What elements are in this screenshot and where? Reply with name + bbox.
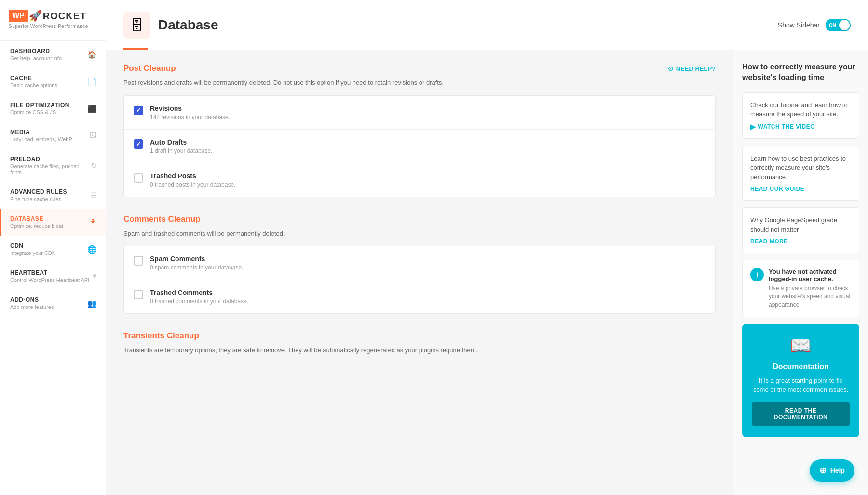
sidebar-item-cache[interactable]: CACHE Basic cache options 📄 [0, 68, 106, 95]
watch-video-link[interactable]: ▶ WATCH THE VIDEO [750, 123, 851, 131]
nav-label-cache: CACHE [10, 75, 57, 81]
read-guide-link[interactable]: READ OUR GUIDE [750, 186, 851, 192]
nav-sublabel-preload: Generate cache files, preload fonts [10, 163, 91, 175]
transients-cleanup-section: Transients Cleanup Transients are tempor… [123, 331, 716, 355]
doc-book-icon: 📖 [790, 335, 812, 356]
nav-label-dashboard: DASHBOARD [10, 48, 62, 54]
logo-brand: ROCKET [43, 11, 86, 22]
heartbeat-icon: ♥ [93, 272, 97, 281]
option-auto-drafts-detail: 1 draft in your database. [150, 147, 705, 154]
nav-label-database: DATABASE [10, 215, 63, 222]
read-guide-label: READ OUR GUIDE [750, 186, 804, 192]
add-ons-icon: 👥 [87, 299, 97, 308]
nav-sublabel-database: Optimize, reduce bloat [10, 223, 63, 229]
page-title: Database [158, 17, 218, 33]
nav-sublabel-media: LazyLoad, embeds, WebP [10, 136, 72, 142]
header-underline [123, 48, 148, 50]
info-card-pagespeed: Why Google PageSpeed grade should not ma… [742, 207, 859, 253]
sidebar-item-cdn[interactable]: CDN Integrate your CDN 🌐 [0, 236, 106, 263]
watch-video-label: WATCH THE VIDEO [758, 123, 815, 130]
option-trashed-comments: Trashed Comments 0 trashed comments in y… [124, 280, 715, 313]
sidebar-nav: DASHBOARD Get help, account info 🏠 CACHE… [0, 41, 106, 317]
checkbox-spam-comments[interactable] [134, 256, 143, 266]
post-cleanup-desc: Post revisions and drafts will be perman… [123, 78, 716, 88]
cdn-icon: 🌐 [87, 245, 97, 254]
main-panel: Post Cleanup ⊙ NEED HELP? Post revisions… [106, 50, 733, 495]
sidebar-item-add-ons[interactable]: ADD-ONS Add more features 👥 [0, 290, 106, 317]
info-card-video-text: Check our tutorial and learn how to meas… [750, 100, 851, 119]
advanced-rules-icon: ☰ [90, 191, 97, 200]
info-card-video: Check our tutorial and learn how to meas… [742, 92, 859, 139]
doc-desc: It is a great starting point to fix some… [752, 376, 850, 395]
read-documentation-button[interactable]: READ THE DOCUMENTATION [752, 402, 850, 426]
option-trashed-comments-label: Trashed Comments [150, 289, 705, 296]
info-card-guide-text: Learn how to use best practices to corre… [750, 154, 851, 182]
post-cleanup-title: Post Cleanup [123, 64, 176, 73]
option-trashed-posts: Trashed Posts 0 trashed posts in your da… [124, 163, 715, 197]
option-spam-comments: Spam Comments 0 spam comments in your da… [124, 246, 715, 280]
need-help-button[interactable]: ⊙ NEED HELP? [668, 65, 716, 72]
doc-card: 📖 Documentation It is a great starting p… [742, 324, 859, 437]
file-opt-icon: ⬛ [87, 104, 97, 113]
nav-sublabel-dashboard: Get help, account info [10, 55, 62, 61]
database-icon: 🗄 [89, 218, 97, 227]
option-revisions: Revisions 142 revisions in your database… [124, 96, 715, 130]
sidebar-item-media[interactable]: MEDIA LazyLoad, embeds, WebP 🖼 [0, 122, 106, 149]
nav-sublabel-cache: Basic cache options [10, 82, 57, 88]
nav-label-advanced-rules: ADVANCED RULES [10, 188, 67, 195]
nav-label-file-optimization: FILE OPTIMIZATION [10, 102, 69, 108]
option-revisions-detail: 142 revisions in your database. [150, 114, 705, 120]
help-button[interactable]: ⊕ Help [810, 459, 854, 482]
sidebar-item-preload[interactable]: PRELOAD Generate cache files, preload fo… [0, 149, 106, 182]
info-card-guide: Learn how to use best practices to corre… [742, 146, 859, 201]
sidebar-item-database[interactable]: DATABASE Optimize, reduce bloat 🗄 [0, 209, 106, 236]
nav-label-media: MEDIA [10, 129, 72, 135]
right-sidebar: How to correctly measure your website's … [733, 50, 868, 495]
play-icon: ▶ [750, 123, 756, 131]
nav-sublabel-file-optimization: Optimize CSS & JS [10, 109, 69, 115]
option-revisions-label: Revisions [150, 105, 705, 112]
option-trashed-comments-detail: 0 trashed comments in your database. [150, 298, 705, 305]
show-sidebar-label: Show Sidebar [778, 21, 820, 29]
sidebar-item-heartbeat[interactable]: HEARTBEAT Control WordPress Heartbeat AP… [0, 263, 106, 290]
alert-text: Use a private browser to check your webs… [769, 284, 851, 308]
help-icon: ⊕ [819, 465, 827, 476]
logo-container: WP 🚀 ROCKET Superior WordPress Performan… [0, 0, 106, 41]
option-spam-comments-detail: 0 spam comments in your database. [150, 264, 705, 271]
comments-cleanup-desc: Spam and trashed comments will be perman… [123, 229, 716, 239]
transients-cleanup-title: Transients Cleanup [123, 331, 199, 341]
post-cleanup-options: Revisions 142 revisions in your database… [123, 95, 716, 197]
nav-label-heartbeat: HEARTBEAT [10, 269, 89, 276]
checkbox-trashed-comments[interactable] [134, 290, 143, 299]
info-card-pagespeed-text: Why Google PageSpeed grade should not ma… [750, 215, 851, 234]
cache-icon: 📄 [87, 77, 97, 86]
logo-tagline: Superior WordPress Performance [9, 24, 97, 29]
alert-card: i You have not activated logged-in user … [742, 260, 859, 317]
option-trashed-posts-label: Trashed Posts [150, 172, 705, 180]
nav-sublabel-heartbeat: Control WordPress Heartbeat API [10, 277, 89, 283]
sidebar-item-file-optimization[interactable]: FILE OPTIMIZATION Optimize CSS & JS ⬛ [0, 95, 106, 122]
comments-cleanup-section: Comments Cleanup Spam and trashed commen… [123, 214, 716, 314]
need-help-label: NEED HELP? [676, 65, 716, 72]
sidebar-item-dashboard[interactable]: DASHBOARD Get help, account info 🏠 [0, 41, 106, 68]
nav-label-preload: PRELOAD [10, 156, 91, 162]
checkbox-trashed-posts[interactable] [134, 173, 143, 183]
checkbox-auto-drafts[interactable] [134, 139, 143, 149]
sidebar-item-advanced-rules[interactable]: ADVANCED RULES Fine-tune cache rules ☰ [0, 182, 106, 209]
doc-title: Documentation [773, 362, 828, 371]
option-auto-drafts: Auto Drafts 1 draft in your database. [124, 130, 715, 163]
show-sidebar-toggle[interactable]: ON [826, 19, 851, 31]
preload-icon: ↻ [91, 161, 97, 170]
read-more-label: READ MORE [750, 238, 788, 245]
home-icon: 🏠 [87, 50, 97, 59]
sidebar: WP 🚀 ROCKET Superior WordPress Performan… [0, 0, 106, 495]
content-area: Post Cleanup ⊙ NEED HELP? Post revisions… [106, 50, 868, 495]
transients-cleanup-desc: Transients are temporary options; they a… [123, 346, 716, 355]
media-icon: 🖼 [89, 131, 97, 140]
checkbox-revisions[interactable] [134, 106, 143, 115]
logo-wp: WP [9, 10, 28, 22]
toggle-thumb [839, 20, 850, 30]
alert-title: You have not activated logged-in user ca… [769, 268, 851, 282]
right-sidebar-title: How to correctly measure your website's … [742, 62, 859, 83]
read-more-link[interactable]: READ MORE [750, 238, 851, 245]
